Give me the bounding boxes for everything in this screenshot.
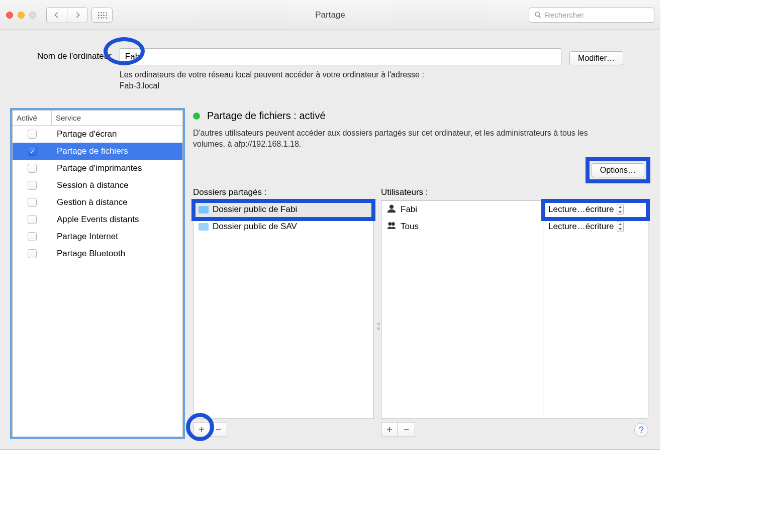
- services-col-service: Service: [52, 111, 81, 126]
- users-permissions-split: FabiTous Lecture…écritureLecture…écritur…: [381, 200, 648, 419]
- remove-folder-button[interactable]: −: [210, 422, 227, 437]
- window-toolbar: Partage Rechercher: [0, 0, 660, 30]
- computer-name-description: Les ordinateurs de votre réseau local pe…: [120, 69, 512, 91]
- service-label: Partage Internet: [52, 232, 118, 242]
- service-row[interactable]: Apple Events distants: [13, 211, 182, 228]
- shared-folders-title: Dossiers partagés :: [193, 187, 374, 197]
- person-icon: [386, 203, 397, 216]
- folder-label: Dossier public de SAV: [213, 222, 297, 232]
- service-row[interactable]: Partage d'imprimantes: [13, 160, 182, 177]
- folder-icon: [199, 223, 209, 231]
- options-button[interactable]: Options…: [592, 163, 644, 177]
- service-row[interactable]: Partage d'écran: [13, 126, 182, 143]
- user-label: Fabi: [401, 204, 417, 215]
- status-indicator-icon: [193, 113, 200, 120]
- user-row[interactable]: Tous: [381, 218, 543, 235]
- service-checkbox[interactable]: [28, 232, 37, 241]
- service-row[interactable]: Partage de fichiers: [13, 143, 182, 160]
- services-panel-wrap: Activé Service Partage d'écranPartage de…: [12, 110, 183, 437]
- add-folder-button[interactable]: +: [193, 422, 210, 437]
- folder-label: Dossier public de Fabi: [213, 204, 297, 215]
- service-row[interactable]: Partage Bluetooth: [13, 245, 182, 262]
- add-user-button[interactable]: +: [381, 422, 398, 437]
- services-header: Activé Service: [13, 111, 182, 126]
- services-col-active: Activé: [13, 111, 52, 126]
- zoom-window-button[interactable]: [29, 12, 36, 19]
- search-icon: [534, 11, 542, 19]
- shared-folders-list[interactable]: Dossier public de FabiDossier public de …: [193, 200, 374, 419]
- help-button[interactable]: ?: [634, 423, 648, 437]
- permissions-list: Lecture…écritureLecture…écriture: [543, 200, 648, 419]
- service-label: Partage Bluetooth: [52, 249, 125, 259]
- user-label: Tous: [401, 222, 419, 232]
- stepper-icon: [617, 221, 624, 232]
- grid-icon: [98, 12, 107, 19]
- nav-back-forward: [46, 7, 87, 23]
- sharing-preferences-window: Partage Rechercher Nom de l'ordinateur L…: [0, 0, 660, 450]
- remove-user-button[interactable]: −: [398, 422, 415, 437]
- service-label: Apple Events distants: [52, 215, 139, 225]
- service-checkbox[interactable]: [28, 164, 37, 173]
- modify-button[interactable]: Modifier…: [569, 51, 623, 65]
- svg-point-1: [388, 222, 392, 226]
- minimize-window-button[interactable]: [18, 12, 25, 19]
- services-list: Partage d'écranPartage de fichiersPartag…: [13, 126, 182, 262]
- permission-label: Lecture…écriture: [548, 222, 614, 232]
- folder-row[interactable]: Dossier public de SAV: [193, 218, 373, 235]
- back-button[interactable]: [47, 8, 67, 23]
- main-area: Activé Service Partage d'écranPartage de…: [12, 110, 648, 437]
- service-checkbox[interactable]: [28, 249, 37, 258]
- folder-row[interactable]: Dossier public de Fabi: [193, 201, 373, 218]
- sharing-lists: Dossiers partagés : Dossier public de Fa…: [193, 187, 648, 437]
- split-grabber[interactable]: [377, 321, 381, 332]
- show-all-button[interactable]: [91, 8, 113, 23]
- svg-point-0: [390, 204, 394, 208]
- group-icon: [386, 221, 397, 233]
- service-row[interactable]: Partage Internet: [13, 228, 182, 245]
- service-checkbox[interactable]: [28, 198, 37, 207]
- service-label: Gestion à distance: [52, 197, 128, 207]
- service-label: Partage de fichiers: [52, 146, 128, 156]
- computer-name-row: Nom de l'ordinateur Les ordinateurs de v…: [12, 48, 648, 91]
- computer-name-label: Nom de l'ordinateur: [37, 48, 112, 61]
- users-column: Utilisateurs : FabiTous Lecture…écriture…: [381, 187, 648, 437]
- window-body: Nom de l'ordinateur Les ordinateurs de v…: [0, 30, 660, 449]
- service-checkbox[interactable]: [28, 215, 37, 224]
- search-placeholder: Rechercher: [545, 11, 584, 19]
- svg-point-2: [392, 222, 395, 226]
- permission-selector[interactable]: Lecture…écriture: [543, 201, 648, 218]
- status-description: D'autres utilisateurs peuvent accéder au…: [193, 128, 595, 149]
- status-row: Partage de fichiers : activé: [193, 110, 648, 122]
- service-label: Partage d'imprimantes: [52, 163, 142, 173]
- permission-label: Lecture…écriture: [548, 204, 614, 215]
- service-checkbox[interactable]: [28, 147, 37, 156]
- service-label: Session à distance: [52, 180, 129, 190]
- forward-button[interactable]: [67, 8, 87, 23]
- permission-selector[interactable]: Lecture…écriture: [543, 218, 648, 235]
- user-row[interactable]: Fabi: [381, 201, 543, 218]
- folder-icon: [199, 206, 209, 214]
- stepper-icon: [617, 204, 624, 215]
- close-window-button[interactable]: [6, 12, 13, 19]
- shared-folders-column: Dossiers partagés : Dossier public de Fa…: [193, 187, 374, 437]
- users-list[interactable]: FabiTous: [381, 200, 543, 419]
- window-controls: [6, 12, 36, 19]
- computer-name-input[interactable]: [120, 48, 561, 65]
- service-row[interactable]: Gestion à distance: [13, 194, 182, 211]
- search-field[interactable]: Rechercher: [529, 8, 654, 23]
- service-row[interactable]: Session à distance: [13, 177, 182, 194]
- file-sharing-detail: Partage de fichiers : activé D'autres ut…: [193, 110, 648, 437]
- status-title: Partage de fichiers : activé: [207, 110, 326, 122]
- service-checkbox[interactable]: [28, 181, 37, 190]
- services-panel: Activé Service Partage d'écranPartage de…: [12, 110, 183, 437]
- service-checkbox[interactable]: [28, 130, 37, 139]
- service-label: Partage d'écran: [52, 129, 117, 139]
- users-title: Utilisateurs :: [381, 187, 648, 197]
